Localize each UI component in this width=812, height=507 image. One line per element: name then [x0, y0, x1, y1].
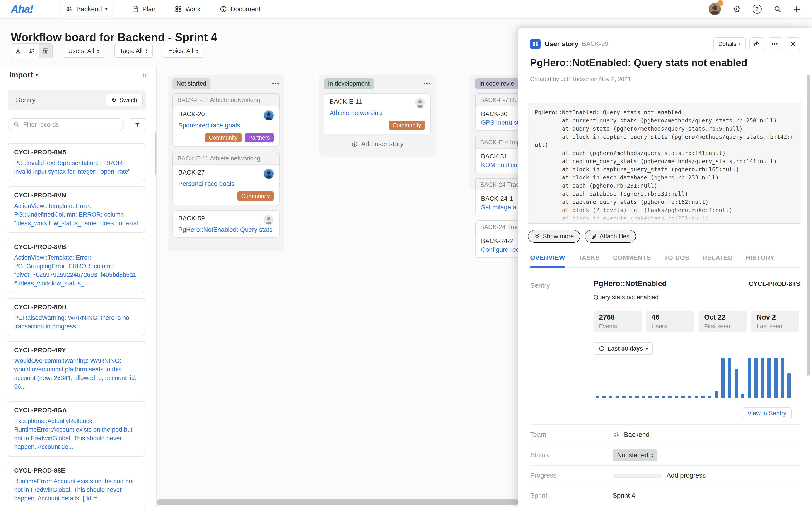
collapse-sidebar-button[interactable]: « — [142, 70, 147, 79]
close-panel-button[interactable]: × — [786, 37, 800, 51]
event-bar — [642, 396, 645, 398]
sprint-value[interactable]: Sprint 4 — [613, 492, 635, 499]
help-icon[interactable]: ? — [753, 5, 762, 13]
view-by-person-button[interactable] — [11, 44, 25, 58]
record-id: CYCL-PROD-8GA — [14, 407, 139, 414]
story-card[interactable]: BACK-27 Personal race goals Community — [172, 164, 280, 205]
column-menu-button[interactable]: ••• — [423, 80, 431, 87]
field-row-sprint: Sprint Sprint 4 — [530, 485, 800, 506]
tab-tasks[interactable]: TASKS — [578, 248, 600, 267]
record-tabs: OVERVIEWTASKSCOMMENTSTO-DOSRELATEDHISTOR… — [530, 248, 800, 268]
epics-filter-dropdown[interactable]: Epics: All ▴▾ — [163, 44, 203, 58]
search-icon[interactable] — [773, 5, 782, 13]
view-board-button[interactable] — [39, 44, 52, 58]
tab-comments[interactable]: COMMENTS — [613, 248, 651, 267]
epic-group-header[interactable]: BACK-E-11 Athlete networking — [173, 94, 279, 106]
nav-team-switcher[interactable]: Backend ▾ — [60, 2, 113, 16]
column-status-pill[interactable]: Not started — [172, 78, 210, 89]
tag-community[interactable]: Community — [238, 191, 274, 201]
import-dropdown[interactable]: Import ▾ — [9, 70, 38, 79]
nav-item-work[interactable]: Work — [174, 5, 201, 13]
tab-to-dos[interactable]: TO-DOS — [664, 248, 689, 267]
event-bar — [668, 396, 672, 398]
share-button[interactable] — [750, 37, 764, 51]
event-bar — [629, 396, 632, 398]
assignee-avatar[interactable] — [415, 98, 425, 108]
column-status-pill[interactable]: In code revie — [475, 78, 518, 89]
sentry-issue-subtitle: Query stats not enabled — [594, 294, 659, 301]
tag-community[interactable]: Community — [389, 121, 425, 130]
sidebar-record[interactable]: CYCL-PROD-8M5 PG::InvalidTextRepresentat… — [8, 143, 145, 181]
user-avatar[interactable] — [709, 3, 721, 15]
board-column-in-development: In development ••• BACK-E-11 Athlete net… — [319, 75, 436, 157]
view-segmented-control — [11, 44, 53, 58]
gear-icon[interactable]: ⚙ — [733, 5, 741, 13]
sidebar-record[interactable]: CYCL-PROD-88E RuntimeError: Account exis… — [8, 461, 145, 507]
record-summary[interactable]: Exceptions::ActuallyRollback: RuntimeErr… — [14, 417, 139, 451]
tab-related[interactable]: RELATED — [702, 248, 733, 267]
details-button[interactable]: Details › — [713, 37, 746, 51]
story-card[interactable]: BACK-59 PgHero::NotEnabled: Query stats … — [172, 210, 280, 238]
filter-records-input[interactable] — [23, 121, 119, 128]
nav-item-document[interactable]: Document — [219, 5, 260, 13]
card-title-link[interactable]: Sponsored race goals — [178, 122, 274, 129]
record-summary[interactable]: ActionView::Template::Error: PG::Groupin… — [14, 253, 139, 288]
show-more-button[interactable]: Show more — [528, 230, 580, 243]
nav-item-plan[interactable]: Plan — [132, 5, 155, 13]
sidebar-record[interactable]: CYCL-PROD-8DH PGRaisedWarning: WARNING: … — [8, 298, 145, 336]
add-progress-button[interactable]: Add progress — [667, 472, 706, 479]
attach-files-button[interactable]: Attach files — [585, 230, 636, 243]
epic-group-header[interactable]: BACK-E-11 Athlete networking — [173, 152, 279, 165]
panel-scrollbar[interactable] — [807, 75, 810, 376]
field-divider — [530, 506, 800, 507]
caret-down-icon: ▾ — [646, 346, 648, 351]
filter-funnel-button[interactable] — [130, 118, 145, 131]
sidebar-record[interactable]: CYCL-PROD-4RY WouldOvercommitWarning: WA… — [8, 341, 145, 396]
sort-arrows-icon: ▴▾ — [196, 48, 198, 53]
tag-partners[interactable]: Partners — [245, 133, 274, 143]
view-by-team-button[interactable] — [25, 44, 39, 58]
column-menu-button[interactable]: ••• — [272, 80, 280, 87]
status-dropdown[interactable]: Not started ▴▾ — [613, 449, 657, 461]
view-in-sentry-link[interactable]: View in Sentry — [742, 407, 792, 419]
sidebar-scrollbar[interactable] — [155, 132, 157, 175]
sidebar-record[interactable]: CYCL-PROD-8VN ActionView::Template::Erro… — [8, 186, 145, 233]
event-bar — [754, 358, 758, 398]
sort-arrows-icon: ▴▾ — [651, 453, 653, 458]
tab-history[interactable]: HISTORY — [746, 248, 774, 267]
sentry-field-label: Sentry — [530, 282, 550, 289]
record-summary[interactable]: ActionView::Template::Error: PG::Undefin… — [14, 202, 139, 227]
card-title-link[interactable]: PgHero::NotEnabled: Query stats not enab… — [178, 226, 274, 233]
record-summary[interactable]: PG::InvalidTextRepresentation: ERROR: in… — [14, 159, 139, 176]
tags-filter-dropdown[interactable]: Tags: All ▴▾ — [114, 44, 153, 58]
plus-icon[interactable]: + — [794, 3, 800, 15]
close-icon: × — [791, 39, 795, 49]
aha-logo[interactable]: Aha! — [11, 3, 33, 15]
record-summary[interactable]: WouldOvercommitWarning: WARNING: would o… — [14, 356, 139, 391]
assignee-avatar[interactable] — [264, 215, 274, 225]
more-actions-button[interactable]: ••• — [768, 37, 782, 51]
record-summary[interactable]: RuntimeError: Account exists on the pod … — [14, 477, 139, 503]
assignee-avatar[interactable] — [264, 110, 274, 120]
column-status-pill[interactable]: In development — [324, 78, 374, 89]
stack-trace-block[interactable]: PgHero::NotEnabled: Query stats not enab… — [528, 103, 801, 224]
add-user-story-button[interactable]: Add user story — [324, 140, 431, 148]
story-card[interactable]: BACK-20 Sponsored race goals CommunityPa… — [172, 106, 280, 147]
sidebar-record[interactable]: CYCL-PROD-8VB ActionView::Template::Erro… — [8, 238, 145, 293]
story-card[interactable]: BACK-E-11 Athlete networking Community — [324, 94, 431, 134]
card-title-link[interactable]: Athlete networking — [329, 109, 425, 117]
import-sidebar: Import ▾ « Sentry ↻ Switch CYCL-PROD-8M5… — [0, 66, 157, 507]
card-title-link[interactable]: Personal race goals — [178, 180, 274, 187]
team-value[interactable]: Backend — [613, 431, 650, 438]
record-id: CYCL-PROD-88E — [14, 467, 139, 474]
record-summary[interactable]: PGRaisedWarning: WARNING: there is no tr… — [14, 314, 139, 331]
assignee-avatar[interactable] — [264, 169, 274, 179]
board-horizontal-scrollbar[interactable] — [157, 499, 518, 505]
event-bar — [616, 396, 619, 398]
sidebar-record[interactable]: CYCL-PROD-8GA Exceptions::ActuallyRollba… — [8, 401, 145, 456]
switch-integration-button[interactable]: ↻ Switch — [106, 94, 143, 106]
tab-overview[interactable]: OVERVIEW — [530, 248, 565, 267]
users-filter-dropdown[interactable]: Users: All ▴▾ — [63, 44, 104, 58]
date-range-dropdown[interactable]: Last 30 days ▾ — [594, 342, 653, 355]
tag-community[interactable]: Community — [205, 133, 241, 143]
